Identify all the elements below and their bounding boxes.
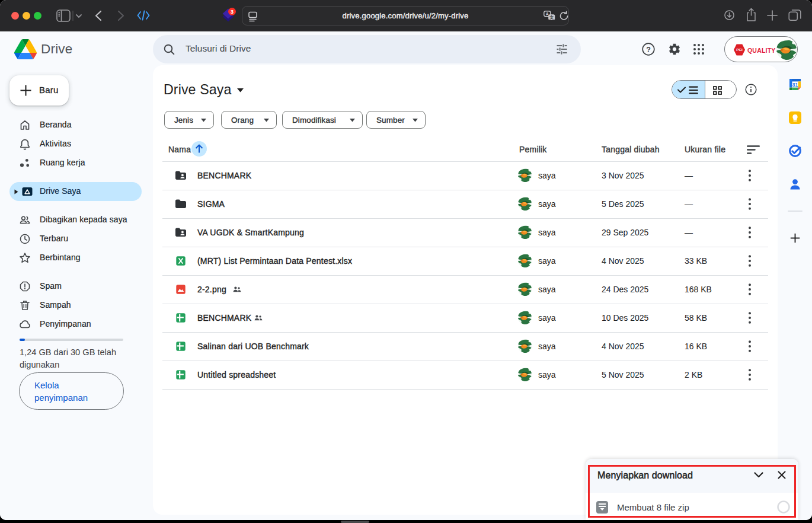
svg-text:A: A xyxy=(546,12,549,16)
svg-text:PCI: PCI xyxy=(736,47,743,52)
svg-text:31: 31 xyxy=(792,82,798,88)
svg-text:?: ? xyxy=(646,46,651,54)
svg-text:文: 文 xyxy=(549,15,554,20)
